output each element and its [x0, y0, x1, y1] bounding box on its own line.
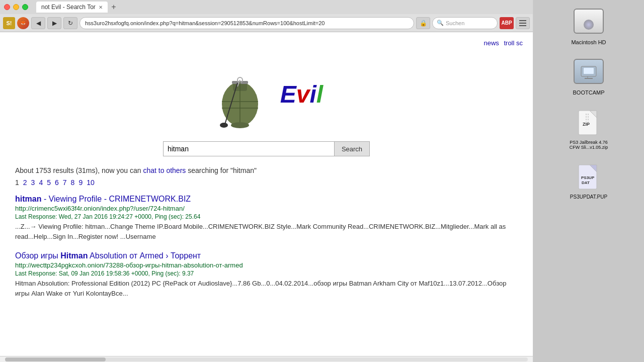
- svg-text:DAT: DAT: [582, 180, 590, 185]
- evil-letter-i: i: [310, 81, 316, 108]
- evil-letter-e: E: [280, 81, 296, 108]
- page-8[interactable]: 8: [71, 178, 75, 187]
- zip-file-label: PS3 Jailbreak 4.76 CFW Sli...v1.05.zip: [569, 140, 609, 150]
- minimize-button[interactable]: [13, 4, 19, 10]
- tab-close-button[interactable]: ✕: [99, 5, 103, 10]
- url-text: hss3uro2hsxfogfq.onion/index.php?q=hitma…: [85, 20, 325, 26]
- search-input[interactable]: [163, 141, 334, 156]
- page-5[interactable]: 5: [47, 178, 51, 187]
- stumbleupon-icon[interactable]: S!: [3, 17, 15, 29]
- tab-label: not Evil - Search Tor: [41, 4, 96, 11]
- result-link[interactable]: hitman - Viewing Profile - CRIMENETWORK.…: [15, 195, 191, 203]
- page-content: news troll sc: [0, 32, 533, 356]
- troll-link[interactable]: troll sc: [504, 39, 523, 47]
- page-7[interactable]: 7: [63, 178, 67, 187]
- adblock-button[interactable]: ABP: [500, 17, 514, 29]
- page-2[interactable]: 2: [23, 178, 27, 187]
- search-area: Evil Search: [0, 49, 533, 166]
- search-icon: 🔍: [437, 20, 444, 26]
- logo-area: Evil: [210, 54, 323, 134]
- pup-icon-image: PS3UP DAT: [573, 160, 605, 192]
- macintosh-hd-icon[interactable]: Macintosh HD: [571, 5, 606, 45]
- results-count-text: About 1753 results (31ms), now you can: [15, 166, 143, 174]
- result-item: hitman - Viewing Profile - CRIMENETWORK.…: [15, 195, 518, 241]
- top-links: news troll sc: [0, 37, 533, 49]
- search-button[interactable]: Search: [334, 141, 370, 156]
- results-summary: About 1753 results (31ms), now you can c…: [15, 166, 518, 174]
- result-item: Обзор игры Hitman Absolution от Armed › …: [15, 251, 518, 298]
- page-1[interactable]: 1: [15, 178, 19, 187]
- news-link[interactable]: news: [484, 39, 499, 47]
- active-tab[interactable]: not Evil - Search Tor ✕: [36, 2, 108, 13]
- evil-logo: Evil: [280, 80, 323, 108]
- browser-search-box[interactable]: 🔍 Suchen: [432, 17, 498, 29]
- hdd-icon-image: [573, 5, 605, 37]
- new-tab-button[interactable]: +: [109, 2, 119, 12]
- grenade-image: [210, 54, 270, 134]
- result-title: hitman - Viewing Profile - CRIMENETWORK.…: [15, 195, 518, 204]
- scroll-thumb[interactable]: [5, 357, 106, 361]
- svg-text:ZIP: ZIP: [583, 122, 590, 127]
- scroll-track: [5, 357, 528, 361]
- horizontal-scrollbar[interactable]: [0, 356, 533, 362]
- svg-point-10: [220, 123, 228, 128]
- svg-rect-14: [585, 78, 593, 79]
- close-button[interactable]: [4, 4, 10, 10]
- page-10[interactable]: 10: [87, 178, 95, 187]
- evil-letter-v: v: [296, 81, 310, 108]
- svg-point-8: [231, 122, 249, 128]
- page-9[interactable]: 9: [78, 178, 83, 187]
- bootcamp-icon-image: [573, 55, 605, 87]
- pup-file-label: PS3UPDAT.PUP: [570, 194, 607, 200]
- back-button[interactable]: ◀: [31, 17, 45, 29]
- result-title: Обзор игры Hitman Absolution от Armed › …: [15, 251, 518, 260]
- pup-file-icon[interactable]: PS3UP DAT PS3UPDAT.PUP: [570, 160, 607, 200]
- result-desc: ...Z...→ Viewing Profile: hitman...Chang…: [15, 222, 518, 241]
- refresh-button[interactable]: ↻: [63, 17, 77, 29]
- results-area: About 1753 results (31ms), now you can c…: [0, 166, 533, 298]
- result-url: http://crimenc5wxi63f4r.onion/index.php?…: [15, 205, 518, 212]
- search-placeholder: Suchen: [446, 20, 464, 26]
- forward-button[interactable]: ▶: [47, 17, 61, 29]
- maximize-button[interactable]: [22, 4, 28, 10]
- result-url: http://wecttp234pgkcxoh.onion/73288-обзо…: [15, 261, 518, 269]
- nav-bar: S! 🦊 ◀ ▶ ↻ hss3uro2hsxfogfq.onion/index.…: [0, 14, 533, 32]
- svg-rect-12: [584, 68, 594, 74]
- svg-text:PS3UP: PS3UP: [581, 175, 595, 180]
- page-3[interactable]: 3: [31, 178, 35, 187]
- title-bar: not Evil - Search Tor ✕ +: [0, 0, 533, 14]
- result-meta: Last Response: Wed, 27 Jan 2016 19:24:27…: [15, 213, 518, 220]
- result-desc: Hitman Absolution: Professional Edition …: [15, 279, 518, 298]
- macintosh-hd-label: Macintosh HD: [571, 39, 606, 45]
- desktop-sidebar: Macintosh HD BOOTCAMP ZIP: [533, 0, 644, 362]
- search-bar-container: Search: [163, 141, 370, 156]
- results-suffix: searching for "hitman": [186, 166, 257, 174]
- result-link[interactable]: Обзор игры Hitman Absolution от Armed › …: [15, 251, 201, 260]
- zip-file-icon[interactable]: ZIP PS3 Jailbreak 4.76 CFW Sli...v1.05.z…: [569, 106, 609, 150]
- bootcamp-icon[interactable]: BOOTCAMP: [573, 55, 605, 96]
- result-meta: Last Response: Sat, 09 Jan 2016 19:58:36…: [15, 270, 518, 277]
- menu-button[interactable]: [516, 17, 530, 29]
- bootcamp-label: BOOTCAMP: [573, 89, 605, 96]
- result-title-highlight: hitman: [15, 195, 41, 203]
- evil-letter-l: l: [316, 81, 323, 108]
- browser-window: not Evil - Search Tor ✕ + S! 🦊 ◀ ▶ ↻ hss…: [0, 0, 533, 362]
- url-bar[interactable]: hss3uro2hsxfogfq.onion/index.php?q=hitma…: [79, 17, 414, 29]
- chat-link[interactable]: chat to others: [143, 166, 186, 174]
- page-6[interactable]: 6: [55, 178, 59, 187]
- fox-icon[interactable]: 🦊: [17, 17, 29, 29]
- ssl-indicator: 🔒: [416, 17, 430, 29]
- pagination: 1 2 3 4 5 6 7 8 9 10: [15, 178, 518, 187]
- tab-bar: not Evil - Search Tor ✕ +: [36, 2, 119, 13]
- zip-icon-image: ZIP: [573, 106, 605, 138]
- result-title-highlight: Hitman: [60, 251, 88, 260]
- page-4[interactable]: 4: [39, 178, 43, 187]
